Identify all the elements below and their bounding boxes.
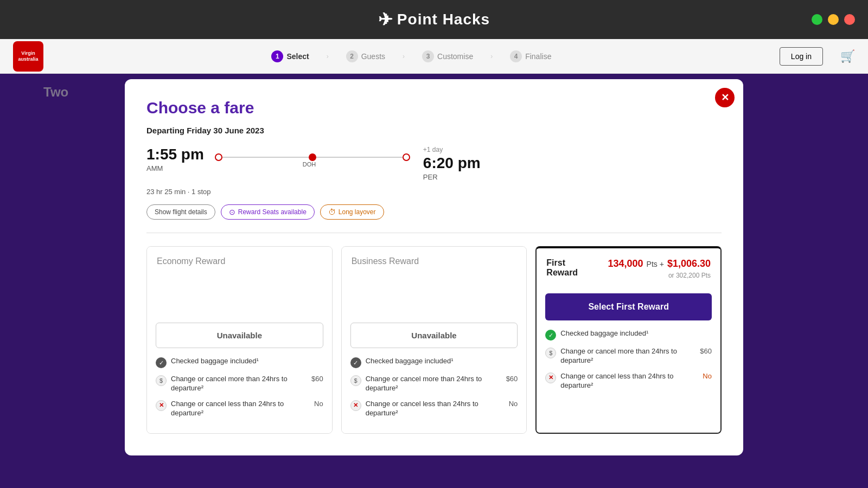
modal-overlay: ✕ Choose a fare Departing Friday 30 June… <box>0 74 868 488</box>
fare-card-economy: Economy Reward Unavailable ✓ Checked bag… <box>146 246 333 434</box>
modal-departing: Departing Friday 30 June 2023 <box>146 126 722 135</box>
reward-seats-tag[interactable]: ⊙ Reward Seats available <box>221 204 315 220</box>
long-layover-label: Long layover <box>339 208 376 216</box>
first-feature-change-less: ✕ Change or cancel less than 24hrs to de… <box>545 372 712 390</box>
check-green-icon: ✓ <box>545 330 556 341</box>
plane-icon: ✈ <box>378 9 391 30</box>
timeline-end-dot <box>403 153 410 161</box>
arrive-airport: PER <box>423 173 481 181</box>
show-flight-details-label: Show flight details <box>155 208 207 216</box>
first-pts: 134,000 <box>608 258 643 269</box>
business-card-name: Business Reward <box>352 256 517 266</box>
step-customise[interactable]: 3 Customise <box>422 50 473 62</box>
divider <box>146 233 722 233</box>
flight-timeline: 1:55 pm AMM DOH +1 day 6:20 pm <box>146 146 722 181</box>
reward-seats-label: Reward Seats available <box>238 208 307 216</box>
reward-seats-icon: ⊙ <box>229 208 235 216</box>
business-feature-change-more: $ Change or cancel more than 24hrs to de… <box>350 375 518 393</box>
select-first-reward-button[interactable]: Select First Reward <box>545 293 712 320</box>
business-feature-baggage: ✓ Checked baggage included¹ <box>350 357 518 368</box>
depart-block: 1:55 pm AMM <box>146 146 204 172</box>
step-finalise[interactable]: 4 Finalise <box>510 50 551 62</box>
first-price-row: 134,000 Pts + $1,006.30 <box>608 258 711 269</box>
long-layover-tag[interactable]: ⏱ Long layover <box>320 204 384 220</box>
flight-duration: 23 hr 25 min · 1 stop <box>146 188 722 196</box>
tl-red[interactable] <box>844 14 855 25</box>
fare-modal: ✕ Choose a fare Departing Friday 30 June… <box>125 79 743 455</box>
long-layover-icon: ⏱ <box>328 208 336 216</box>
tl-yellow[interactable] <box>828 14 839 25</box>
show-flight-details-tag[interactable]: Show flight details <box>146 204 215 220</box>
economy-unavailable-button[interactable]: Unavailable <box>156 323 323 348</box>
first-feature-baggage: ✓ Checked baggage included¹ <box>545 329 712 341</box>
check-grey-icon: ✓ <box>156 357 167 368</box>
check-grey-icon-biz: ✓ <box>350 357 361 368</box>
timeline-start-dot <box>215 153 222 161</box>
arrive-time: 6:20 pm <box>423 155 481 172</box>
dollar-icon-first: $ <box>545 348 556 358</box>
x-icon-first: ✕ <box>545 373 556 383</box>
timeline-line: DOH <box>215 153 410 161</box>
timeline-stop-dot <box>309 153 316 161</box>
plus-day: +1 day <box>423 146 481 153</box>
step-guests[interactable]: 2 Guests <box>346 50 385 62</box>
top-bar: ✈ Point Hacks <box>0 0 868 39</box>
first-cash: $1,006.30 <box>667 258 711 269</box>
cart-icon[interactable]: 🛒 <box>840 49 855 63</box>
tl-green[interactable] <box>812 14 822 25</box>
content-area: Two ✕ Choose a fare Departing Friday 30 … <box>0 74 868 488</box>
dollar-icon: $ <box>156 375 167 386</box>
traffic-lights <box>812 14 855 25</box>
business-unavailable-button[interactable]: Unavailable <box>350 323 518 348</box>
tags-row: Show flight details ⊙ Reward Seats avail… <box>146 204 722 220</box>
modal-close-button[interactable]: ✕ <box>715 88 735 107</box>
first-pts-suffix: Pts + <box>647 260 664 268</box>
first-alt-price: or 302,200 Pts <box>608 272 711 279</box>
fare-cards: Economy Reward Unavailable ✓ Checked bag… <box>146 246 722 434</box>
login-button[interactable]: Log in <box>780 47 823 66</box>
stop-label: DOH <box>303 161 316 168</box>
x-icon: ✕ <box>156 400 167 411</box>
economy-feature-change-less: ✕ Change or cancel less than 24hrs to de… <box>156 400 323 418</box>
app-bar: Virginaustralia 1 Select › 2 Guests › 3 … <box>0 39 868 74</box>
fare-card-business: Business Reward Unavailable ✓ Checked ba… <box>341 246 527 434</box>
x-icon-biz: ✕ <box>350 400 361 411</box>
depart-airport: AMM <box>146 164 204 172</box>
economy-feature-change-more: $ Change or cancel more than 24hrs to de… <box>156 375 323 393</box>
dollar-icon-biz: $ <box>350 375 361 386</box>
app-title: ✈ Point Hacks <box>378 9 490 30</box>
economy-feature-baggage: ✓ Checked baggage included¹ <box>156 357 323 368</box>
business-feature-change-less: ✕ Change or cancel less than 24hrs to de… <box>350 400 518 418</box>
first-card-name: FirstReward <box>546 258 578 278</box>
arrive-block: +1 day 6:20 pm PER <box>423 146 481 181</box>
fare-card-first: FirstReward 134,000 Pts + $1,006.30 or 3… <box>535 246 722 434</box>
depart-time: 1:55 pm <box>146 146 204 163</box>
economy-card-name: Economy Reward <box>157 256 322 266</box>
logo-area: Virginaustralia <box>13 41 43 72</box>
first-feature-change-more: $ Change or cancel more than 24hrs to de… <box>545 347 712 365</box>
steps-nav: 1 Select › 2 Guests › 3 Customise › 4 Fi… <box>271 50 551 62</box>
logo: Virginaustralia <box>13 41 43 72</box>
step-select[interactable]: 1 Select <box>271 50 309 62</box>
modal-title: Choose a fare <box>146 99 722 117</box>
